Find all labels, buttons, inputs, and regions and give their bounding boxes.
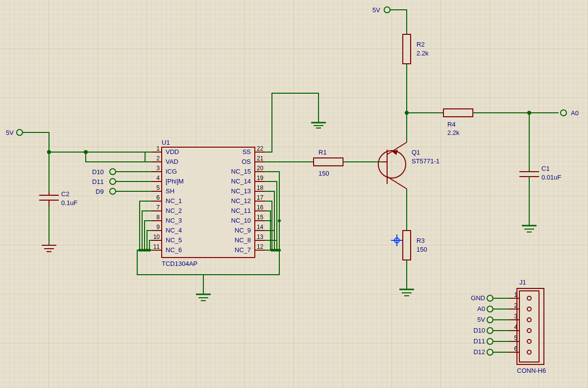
svg-text:D11: D11	[92, 178, 104, 185]
svg-text:0.1uF: 0.1uF	[61, 199, 77, 207]
svg-text:21: 21	[257, 155, 264, 162]
svg-point-163	[487, 317, 493, 323]
svg-text:ST5771-1: ST5771-1	[412, 157, 440, 165]
svg-text:12: 12	[257, 243, 264, 250]
svg-text:13: 13	[257, 233, 264, 240]
svg-text:9: 9	[156, 224, 160, 231]
svg-text:8: 8	[156, 214, 160, 221]
svg-point-90	[110, 188, 116, 194]
svg-text:NC_6: NC_6	[166, 246, 182, 254]
svg-rect-108	[314, 158, 343, 166]
svg-text:NC_15: NC_15	[231, 168, 251, 175]
svg-point-86	[110, 169, 116, 175]
svg-rect-138	[403, 231, 411, 260]
svg-text:5V: 5V	[6, 129, 14, 136]
svg-text:D10: D10	[92, 168, 104, 176]
svg-text:NC_1: NC_1	[166, 197, 182, 205]
svg-text:NC_7: NC_7	[235, 246, 251, 254]
u1-part: TCD1304AP	[162, 260, 197, 267]
svg-text:5: 5	[514, 335, 517, 341]
svg-text:R1: R1	[318, 149, 327, 156]
svg-text:1: 1	[514, 291, 517, 298]
svg-point-175	[487, 338, 493, 344]
svg-text:2.2k: 2.2k	[447, 129, 460, 136]
svg-text:16: 16	[257, 204, 264, 211]
svg-text:15: 15	[257, 214, 264, 221]
svg-point-101	[278, 219, 281, 222]
svg-text:20: 20	[257, 165, 264, 172]
svg-rect-125	[443, 109, 473, 117]
svg-text:2: 2	[156, 155, 160, 162]
svg-text:NC_11: NC_11	[231, 207, 251, 214]
svg-text:J1: J1	[519, 279, 526, 286]
svg-text:150: 150	[416, 246, 427, 253]
svg-text:6: 6	[514, 345, 517, 352]
svg-text:NC_9: NC_9	[235, 227, 251, 234]
svg-text:NC_12: NC_12	[231, 197, 251, 205]
svg-text:SS: SS	[243, 148, 251, 155]
svg-text:C1: C1	[541, 165, 550, 172]
svg-point-95	[148, 249, 151, 252]
svg-text:150: 150	[318, 170, 329, 177]
svg-text:NC_5: NC_5	[166, 236, 182, 244]
svg-text:5V: 5V	[372, 6, 380, 14]
svg-text:NC_3: NC_3	[166, 217, 182, 224]
u1-ref: U1	[162, 139, 170, 146]
svg-text:D10: D10	[473, 327, 485, 334]
svg-rect-2	[0, 0, 588, 388]
svg-text:NC_2: NC_2	[166, 207, 182, 214]
svg-text:4: 4	[514, 324, 517, 331]
schematic-canvas: U1 TCD1304AP 1VDD2VAD3ICG4[Phi]M5SH6NC_1…	[0, 0, 588, 388]
svg-text:OS: OS	[242, 158, 251, 165]
svg-text:D12: D12	[473, 348, 485, 356]
svg-point-88	[110, 179, 116, 184]
svg-text:R2: R2	[416, 41, 425, 48]
svg-point-100	[270, 249, 273, 252]
svg-point-96	[138, 249, 141, 252]
svg-text:NC_4: NC_4	[166, 227, 182, 234]
svg-point-157	[487, 306, 493, 312]
svg-point-181	[487, 349, 493, 355]
svg-text:A0: A0	[477, 305, 485, 312]
svg-text:0.01uF: 0.01uF	[541, 174, 562, 181]
svg-text:22: 22	[257, 145, 264, 152]
svg-point-76	[84, 150, 88, 154]
svg-point-73	[17, 129, 23, 135]
svg-text:NC_13: NC_13	[231, 187, 251, 195]
component-U1[interactable]: U1 TCD1304AP 1VDD2VAD3ICG4[Phi]M5SH6NC_1…	[152, 139, 265, 267]
svg-text:11: 11	[153, 243, 160, 250]
svg-text:14: 14	[257, 224, 264, 231]
svg-text:ICG: ICG	[166, 168, 177, 175]
svg-text:VDD: VDD	[166, 148, 179, 155]
svg-text:Q1: Q1	[412, 149, 420, 156]
svg-rect-144	[519, 291, 539, 362]
svg-text:3: 3	[514, 313, 517, 320]
svg-text:4: 4	[156, 175, 160, 181]
svg-text:6: 6	[156, 194, 160, 201]
svg-text:1: 1	[156, 145, 160, 152]
svg-text:2: 2	[514, 302, 517, 309]
svg-text:5: 5	[156, 184, 160, 191]
svg-text:2.2k: 2.2k	[416, 50, 429, 57]
svg-text:NC_10: NC_10	[231, 217, 251, 224]
svg-text:NC_8: NC_8	[235, 236, 251, 244]
svg-point-75	[47, 150, 51, 154]
svg-text:R4: R4	[447, 121, 456, 128]
svg-text:18: 18	[257, 184, 264, 191]
svg-text:D9: D9	[96, 188, 104, 195]
svg-text:A0: A0	[571, 109, 579, 117]
svg-text:GND: GND	[471, 294, 485, 302]
svg-text:CONN-H6: CONN-H6	[517, 367, 546, 374]
svg-text:17: 17	[257, 194, 264, 201]
svg-rect-121	[403, 34, 411, 64]
svg-point-119	[384, 7, 390, 13]
svg-point-151	[487, 295, 493, 301]
svg-text:SH: SH	[166, 187, 174, 195]
svg-text:3: 3	[156, 165, 160, 172]
svg-point-129	[561, 110, 566, 116]
svg-text:D11: D11	[473, 337, 485, 345]
svg-text:R3: R3	[416, 237, 425, 244]
grid	[0, 0, 588, 388]
svg-text:5V: 5V	[477, 316, 485, 323]
svg-text:19: 19	[257, 175, 264, 181]
